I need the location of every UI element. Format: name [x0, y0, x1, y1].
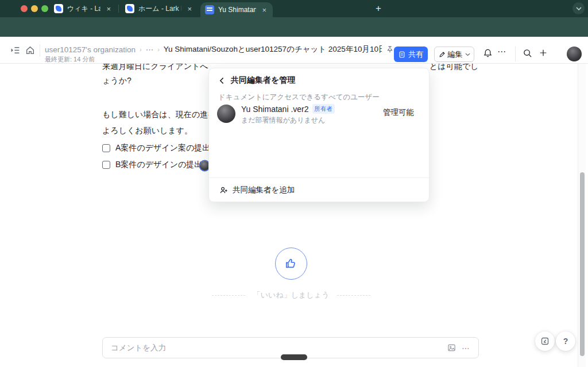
tab-search-button[interactable]	[572, 2, 585, 14]
header-divider	[515, 47, 516, 61]
sidebar-toggle-button[interactable]	[9, 44, 21, 56]
header-divider	[40, 44, 40, 57]
create-new-button[interactable]	[539, 48, 548, 57]
dash-divider	[212, 295, 245, 296]
owner-badge: 所有者	[312, 104, 335, 114]
popup-title: 共同編集者を管理	[231, 75, 295, 86]
traffic-light-minimize[interactable]	[31, 5, 38, 12]
add-collaborator-label: 共同編集者を追加	[233, 185, 295, 195]
breadcrumb: user101257's organization › ⋯ › Yu Shima…	[45, 44, 394, 55]
breadcrumb-doc-title[interactable]: Yu Shimatani/Souzohとuser101257のチャット 2025…	[164, 44, 382, 55]
chevron-down-icon	[465, 53, 470, 56]
browser-tab-strip: ウィキ - Lark Docs × ホーム - Lark Docs × Yu S…	[0, 0, 588, 17]
owner-avatar	[217, 105, 235, 123]
doc-favicon	[205, 5, 214, 14]
edit-button-label: 編集	[448, 49, 463, 60]
todo-label: B案件のデザインの提出	[115, 160, 202, 170]
insert-image-icon[interactable]	[447, 343, 456, 352]
pencil-icon	[439, 51, 446, 58]
traffic-light-zoom[interactable]	[41, 5, 48, 12]
home-indicator	[281, 354, 307, 360]
scrollbar-track[interactable]	[578, 64, 586, 367]
like-prompt: 「いいね」しましょう	[0, 290, 582, 300]
owner-permission[interactable]: 管理可能	[383, 107, 414, 118]
lark-favicon	[125, 4, 134, 13]
lark-favicon	[54, 4, 63, 13]
home-button[interactable]	[24, 44, 36, 56]
tab-document-active[interactable]: Yu Shimatani/Souzohとuser10 ×	[200, 2, 273, 17]
owner-department: まだ部署情報がありません	[241, 115, 325, 125]
feedback-button[interactable]	[535, 331, 555, 351]
tab-title: Yu Shimatani/Souzohとuser10	[218, 5, 256, 15]
doc-header: user101257's organization › ⋯ › Yu Shima…	[0, 37, 588, 64]
help-button[interactable]: ?	[556, 331, 575, 351]
last-updated-label: 最終更新: 14 分前	[45, 55, 95, 64]
notifications-button[interactable]	[483, 48, 493, 58]
share-doc-icon	[399, 51, 405, 58]
tab-close-icon[interactable]: ×	[105, 5, 113, 13]
todo-item-b: B案件のデザインの提出	[102, 160, 209, 170]
chevron-down-icon	[576, 7, 582, 10]
dash-divider	[337, 295, 370, 296]
user-avatar[interactable]	[567, 47, 582, 61]
back-chevron-icon[interactable]	[218, 77, 226, 84]
search-icon	[523, 48, 532, 58]
plus-icon	[539, 48, 548, 57]
browser-toolbar: ← → https://ojpxvvw6nxo3.jp.larksuite.co…	[0, 17, 588, 37]
like-prompt-label: 「いいね」しましょう	[253, 290, 329, 300]
tab-close-icon[interactable]: ×	[260, 6, 268, 14]
bell-icon	[483, 48, 493, 58]
share-button-label: 共有	[408, 49, 423, 60]
checkbox-unchecked[interactable]	[102, 161, 110, 169]
doc-paragraph-fragment: とは可能でし	[430, 64, 487, 73]
tab-wiki[interactable]: ウィキ - Lark Docs ×	[49, 0, 117, 17]
tab-separator	[118, 5, 119, 13]
popup-subtitle: ドキュメントにアクセスできるすべてのユーザー	[218, 92, 380, 102]
todo-item-a: A案件のデザイン案の提出期限	[102, 143, 209, 153]
checkbox-unchecked[interactable]	[102, 144, 110, 152]
scrollbar-thumb[interactable]	[580, 172, 585, 356]
comment-placeholder: コメントを入力	[111, 343, 442, 353]
pin-icon[interactable]	[386, 45, 394, 53]
edit-button[interactable]: 編集	[434, 47, 474, 62]
doc-paragraph: ょうか?	[102, 74, 131, 87]
breadcrumb-ellipsis[interactable]: ⋯	[146, 45, 154, 54]
comment-more-button[interactable]: ⋯	[462, 343, 470, 353]
doc-paragraph-fragment: 来週月曜日にクライアントへ提出	[102, 64, 208, 73]
sidebar-toggle-icon	[10, 45, 20, 55]
breadcrumb-org[interactable]: user101257's organization	[45, 45, 136, 54]
todo-label: A案件のデザイン案の提出期限	[115, 143, 209, 153]
thumbs-up-icon	[284, 256, 299, 271]
feedback-icon	[540, 337, 550, 346]
doc-paragraph-fragment: もし難しい場合は、現在の進捗状	[102, 107, 209, 121]
question-mark-icon: ?	[563, 337, 568, 346]
owner-name: Yu Shimatani .ver2	[241, 105, 309, 114]
breadcrumb-separator: ›	[157, 46, 160, 53]
traffic-light-close[interactable]	[21, 5, 28, 12]
share-button[interactable]: 共有	[394, 47, 428, 62]
manage-collaborators-popup: 共同編集者を管理 ドキュメントにアクセスできるすべてのユーザー Yu Shima…	[208, 68, 430, 202]
search-button[interactable]	[523, 48, 532, 58]
tab-title: ホーム - Lark Docs	[138, 4, 181, 14]
add-collaborator-button[interactable]: 共同編集者を追加	[209, 177, 429, 202]
home-icon	[25, 45, 35, 55]
like-button[interactable]	[275, 248, 307, 280]
new-tab-button[interactable]: +	[372, 2, 385, 15]
person-add-icon	[219, 186, 228, 195]
doc-paragraph: よろしくお願いします。	[102, 123, 192, 137]
breadcrumb-separator: ›	[140, 46, 142, 53]
tab-close-icon[interactable]: ×	[185, 5, 194, 13]
header-more-button[interactable]: ⋯	[497, 47, 506, 57]
tab-title: ウィキ - Lark Docs	[67, 4, 100, 14]
tab-home[interactable]: ホーム - Lark Docs ×	[121, 0, 198, 17]
